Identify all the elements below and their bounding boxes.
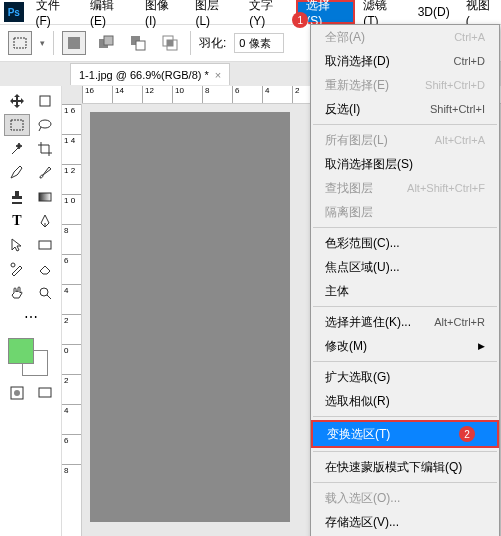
menu-separator	[313, 416, 497, 417]
tool-preset-marquee[interactable]	[8, 31, 32, 55]
menu-item[interactable]: 在快速蒙版模式下编辑(Q)	[311, 455, 499, 479]
menu-item[interactable]: 主体	[311, 279, 499, 303]
menu-item-label: 选择并遮住(K)...	[325, 314, 411, 331]
gradient-tool[interactable]	[32, 186, 58, 208]
hand-icon	[9, 285, 25, 301]
hand-tool[interactable]	[4, 282, 30, 304]
history-brush-icon	[9, 261, 25, 277]
menu-select[interactable]: 选择(S) 1	[296, 0, 355, 24]
eraser-tool[interactable]	[32, 258, 58, 280]
menu-type[interactable]: 文字(Y)	[241, 0, 296, 24]
menu-item-label: 扩大选取(G)	[325, 369, 390, 386]
foreground-color-swatch[interactable]	[8, 338, 34, 364]
menu-item-label: 选取相似(R)	[325, 393, 390, 410]
ruler-tick: 6	[62, 254, 81, 284]
menu-item[interactable]: 反选(I)Shift+Ctrl+I	[311, 97, 499, 121]
menu-item[interactable]: 取消选择(D)Ctrl+D	[311, 49, 499, 73]
svg-point-15	[40, 288, 48, 296]
submenu-arrow-icon: ▶	[478, 341, 485, 351]
stamp-tool[interactable]	[4, 186, 30, 208]
app-logo: Ps	[4, 2, 24, 22]
selection-intersect-icon[interactable]	[158, 31, 182, 55]
lasso-tool[interactable]	[32, 114, 58, 136]
menu-shortcut: Shift+Ctrl+D	[425, 79, 485, 91]
svg-rect-5	[136, 41, 145, 50]
document-tab[interactable]: 1-1.jpg @ 66.9%(RGB/8) * ×	[70, 63, 230, 85]
ruler-tick: 10	[172, 86, 202, 103]
zoom-icon	[37, 285, 53, 301]
selection-subtract-icon[interactable]	[126, 31, 150, 55]
menu-item[interactable]: 选取相似(R)	[311, 389, 499, 413]
chevron-down-icon[interactable]: ▾	[40, 38, 45, 48]
menu-item-label: 修改(M)	[325, 338, 367, 355]
annotation-marker-2: 2	[459, 426, 475, 442]
menu-file[interactable]: 文件(F)	[28, 0, 82, 24]
color-swatches[interactable]	[4, 336, 58, 380]
menu-item[interactable]: 焦点区域(U)...	[311, 255, 499, 279]
menu-item[interactable]: 选择并遮住(K)...Alt+Ctrl+R	[311, 310, 499, 334]
crop-tool[interactable]	[32, 138, 58, 160]
type-tool[interactable]: T	[4, 210, 30, 232]
feather-input[interactable]	[234, 33, 284, 53]
menu-3d[interactable]: 3D(D)	[410, 0, 458, 24]
edit-toolbar[interactable]: ⋯	[4, 306, 58, 328]
menu-item-label: 变换选区(T)	[327, 426, 390, 443]
quickmask-tool[interactable]	[4, 382, 30, 404]
menu-item[interactable]: 取消选择图层(S)	[311, 152, 499, 176]
wand-tool[interactable]	[4, 138, 30, 160]
ruler-tick: 1 4	[62, 134, 81, 164]
marquee-tool[interactable]	[4, 114, 30, 136]
eyedropper-tool[interactable]	[4, 162, 30, 184]
menu-shortcut: Ctrl+A	[454, 31, 485, 43]
menu-view[interactable]: 视图(	[458, 0, 501, 24]
menu-filter[interactable]: 滤镜(T)	[355, 0, 409, 24]
close-icon[interactable]: ×	[215, 69, 221, 81]
history-brush-tool[interactable]	[4, 258, 30, 280]
ruler-vertical[interactable]: 1 6 1 4 1 2 1 0 8 6 4 2 0 2 4 6 8	[62, 104, 82, 536]
menu-item-label: 载入选区(O)...	[325, 490, 400, 507]
menu-item[interactable]: 变换选区(T)2	[311, 420, 499, 448]
menu-item: 重新选择(E)Shift+Ctrl+D	[311, 73, 499, 97]
menu-item: 隔离图层	[311, 200, 499, 224]
ruler-tick: 8	[62, 224, 81, 254]
screen-icon	[37, 385, 53, 401]
screenmode-tool[interactable]	[32, 382, 58, 404]
menu-item: 载入选区(O)...	[311, 486, 499, 510]
zoom-tool[interactable]	[32, 282, 58, 304]
brush-tool[interactable]	[32, 162, 58, 184]
ruler-tick: 2	[62, 374, 81, 404]
path-select-tool[interactable]	[4, 234, 30, 256]
menu-item-label: 存储选区(V)...	[325, 514, 399, 531]
menu-item: 查找图层Alt+Shift+Ctrl+F	[311, 176, 499, 200]
svg-rect-8	[167, 40, 173, 46]
divider	[53, 31, 54, 55]
canvas[interactable]	[90, 112, 290, 522]
svg-rect-18	[39, 388, 51, 397]
menu-item[interactable]: 修改(M)▶	[311, 334, 499, 358]
type-icon: T	[12, 213, 21, 229]
ruler-tick: 1 0	[62, 194, 81, 224]
pen-icon	[37, 213, 53, 229]
ruler-tick: 6	[62, 434, 81, 464]
artboard-tool[interactable]	[32, 90, 58, 112]
svg-point-11	[39, 120, 51, 128]
menu-item[interactable]: 色彩范围(C)...	[311, 231, 499, 255]
menu-item[interactable]: 存储选区(V)...	[311, 510, 499, 534]
svg-rect-10	[11, 120, 23, 130]
menu-image[interactable]: 图像(I)	[137, 0, 187, 24]
arrow-icon	[9, 237, 25, 253]
svg-point-14	[11, 263, 15, 267]
menu-edit[interactable]: 编辑(E)	[82, 0, 137, 24]
shape-tool[interactable]	[32, 234, 58, 256]
selection-add-icon[interactable]	[94, 31, 118, 55]
menu-shortcut: Shift+Ctrl+I	[430, 103, 485, 115]
menu-item-label: 焦点区域(U)...	[325, 259, 400, 276]
menu-item[interactable]: 扩大选取(G)	[311, 365, 499, 389]
menu-item: 所有图层(L)Alt+Ctrl+A	[311, 128, 499, 152]
menu-layer[interactable]: 图层(L)	[187, 0, 241, 24]
move-tool[interactable]	[4, 90, 30, 112]
selection-new-icon[interactable]	[62, 31, 86, 55]
tools-panel: T ⋯	[0, 86, 62, 536]
pen-tool[interactable]	[32, 210, 58, 232]
crop-icon	[37, 141, 53, 157]
